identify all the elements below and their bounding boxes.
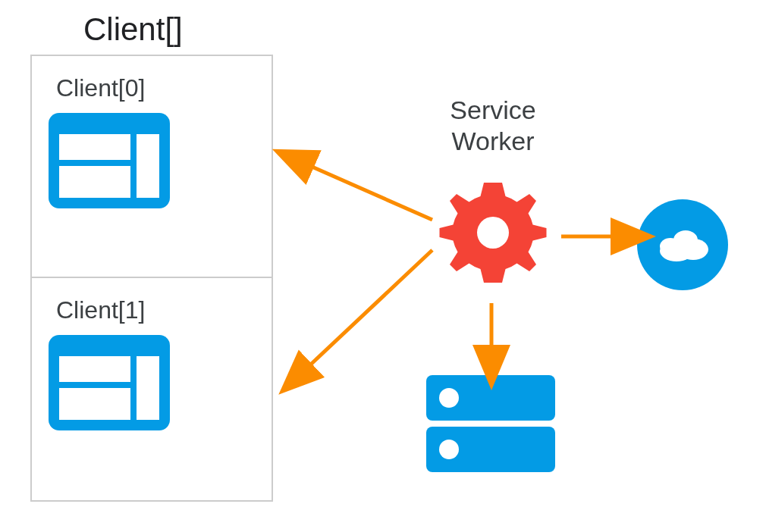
arrow-sw-to-client0 <box>303 163 432 220</box>
service-worker-label-line1: Service <box>450 95 535 124</box>
arrow-sw-to-client1 <box>303 250 432 371</box>
client-box-0: Client[0] <box>30 55 273 278</box>
svg-rect-7 <box>130 134 137 198</box>
browser-window-icon <box>49 335 170 430</box>
gear-icon <box>436 176 550 289</box>
svg-point-14 <box>439 388 459 408</box>
svg-point-12 <box>477 217 509 249</box>
svg-point-16 <box>439 440 459 459</box>
svg-rect-6 <box>59 160 133 166</box>
service-worker-label: Service Worker <box>417 95 569 157</box>
clients-container: Client[0] Client[1] <box>30 55 273 502</box>
client-1-label: Client[1] <box>56 296 255 324</box>
browser-window-icon <box>49 113 170 208</box>
svg-rect-4 <box>140 134 159 198</box>
client-box-1: Client[1] <box>30 278 273 502</box>
server-icon <box>426 375 555 472</box>
cloud-icon <box>637 199 728 290</box>
service-worker-label-line2: Worker <box>452 127 535 155</box>
svg-rect-11 <box>130 356 137 420</box>
client-0-label: Client[0] <box>56 74 255 102</box>
svg-point-21 <box>660 238 681 255</box>
svg-rect-3 <box>59 166 133 198</box>
svg-rect-2 <box>59 134 133 163</box>
diagram-title: Client[] <box>83 11 183 48</box>
svg-rect-10 <box>59 382 133 388</box>
